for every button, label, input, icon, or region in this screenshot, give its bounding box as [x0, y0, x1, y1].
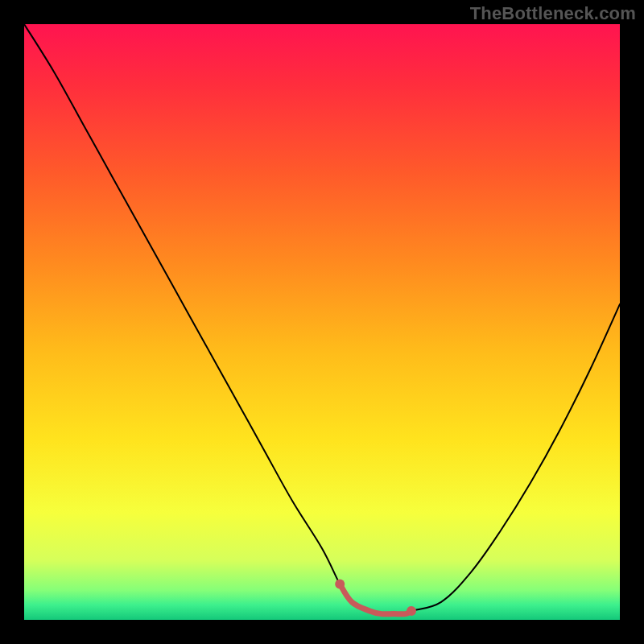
chart-frame: TheBottleneck.com [0, 0, 644, 644]
watermark-label: TheBottleneck.com [470, 3, 636, 24]
highlight-end-dot [335, 580, 345, 589]
chart-svg [24, 24, 620, 620]
plot-area [24, 24, 620, 620]
gradient-background [24, 24, 620, 620]
highlight-end-dot [407, 606, 416, 616]
